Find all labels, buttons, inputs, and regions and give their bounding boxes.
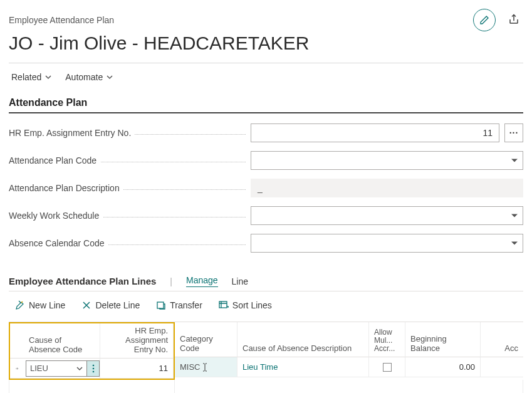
page-title: JO - Jim Olive - HEADCARETAKER [9, 33, 523, 54]
new-line-button[interactable]: New Line [15, 300, 65, 310]
empty-row-selected [9, 380, 175, 393]
menu-related[interactable]: Related [11, 72, 51, 82]
section-divider [9, 112, 523, 113]
field-plan-desc: _ [251, 179, 523, 197]
transfer-label: Transfer [170, 300, 202, 310]
label-plan-code: Attendance Plan Code [9, 155, 246, 165]
arrow-right-icon [15, 364, 19, 373]
col-acc[interactable]: Acc [481, 322, 523, 357]
divider [9, 63, 523, 63]
share-icon [508, 14, 519, 25]
col-acc-label: Acc [504, 343, 518, 353]
menu-related-label: Related [11, 72, 41, 82]
hr-entry-more-button[interactable]: ··· [504, 123, 523, 142]
transfer-button[interactable]: Transfer [156, 300, 202, 310]
col-cause-code-label: Cause of Absence Code [29, 335, 95, 354]
col-hr-entry[interactable]: HR Emp. Assignment Entry No. [100, 323, 174, 359]
empty-row [175, 380, 523, 393]
cell-hr-entry-value: 11 [159, 364, 168, 373]
lines-divider [9, 291, 523, 291]
label-plan-desc: Attendance Plan Description [9, 183, 246, 193]
pencil-icon [479, 15, 489, 25]
cell-hr-entry[interactable]: 11 [100, 359, 174, 379]
delete-line-button[interactable]: Delete Line [81, 300, 140, 310]
tab-manage[interactable]: Manage [186, 275, 218, 287]
text-cursor-icon [202, 363, 208, 372]
row-selector-header [10, 323, 24, 359]
field-plan-code[interactable] [251, 151, 523, 170]
cell-category[interactable]: MISC [175, 357, 237, 377]
chevron-down-icon [107, 74, 113, 80]
field-hr-entry-no-value: 11 [482, 128, 493, 138]
delete-line-label: Delete Line [95, 300, 140, 310]
transfer-icon [156, 300, 166, 310]
breadcrumb: Employee Attendance Plan [9, 15, 114, 25]
chevron-down-icon [76, 365, 83, 372]
share-button[interactable] [508, 14, 519, 27]
row-indicator[interactable] [10, 359, 24, 379]
new-line-label: New Line [29, 300, 65, 310]
col-cause-desc[interactable]: Cause of Absence Description [237, 322, 369, 357]
svg-point-4 [92, 370, 94, 372]
section-title-attendance: Attendance Plan [9, 97, 523, 108]
col-hr-entry-label: HR Emp. Assignment Entry No. [105, 326, 168, 354]
svg-point-2 [92, 364, 94, 366]
cell-begin-bal-value: 0.00 [459, 362, 475, 372]
delete-line-icon [81, 300, 91, 310]
cell-begin-bal[interactable]: 0.00 [405, 357, 481, 377]
sort-lines-button[interactable]: Sort Lines [219, 300, 272, 310]
more-vertical-icon [92, 364, 95, 373]
field-hr-entry-no[interactable]: 11 [251, 123, 499, 142]
col-allow-mul-label: Allow Mul... Accr... [374, 328, 400, 353]
sort-lines-label: Sort Lines [232, 300, 272, 310]
cell-category-value: MISC [180, 362, 201, 372]
svg-point-3 [92, 367, 94, 369]
edit-button[interactable] [473, 9, 496, 31]
menu-automate-label: Automate [65, 72, 103, 82]
separator: | [170, 276, 172, 286]
cause-code-value: LIEU [30, 364, 48, 373]
field-weekly[interactable] [251, 206, 523, 225]
label-absence-cal: Absence Calendar Code [9, 238, 246, 248]
checkbox-icon [383, 363, 392, 372]
cell-cause-desc-value: Lieu Time [243, 362, 278, 372]
label-hr-entry-no: HR Emp. Assignment Entry No. [9, 128, 246, 138]
svg-rect-0 [157, 302, 164, 308]
field-absence-cal[interactable] [251, 234, 523, 253]
cause-code-input[interactable]: LIEU [26, 360, 87, 377]
col-begin-bal-label: Beginning Balance [410, 334, 475, 353]
col-category[interactable]: Category Code [175, 322, 237, 357]
cell-acc[interactable] [481, 357, 523, 377]
new-line-icon [15, 300, 25, 310]
tab-line[interactable]: Line [232, 276, 248, 286]
col-category-label: Category Code [180, 334, 232, 353]
field-plan-desc-value: _ [258, 183, 263, 193]
label-weekly: Weekly Work Schedule [9, 211, 246, 221]
col-cause-code[interactable]: Cause of Absence Code [24, 323, 100, 359]
svg-rect-1 [219, 301, 227, 308]
cell-cause-desc[interactable]: Lieu Time [237, 357, 369, 377]
cause-code-more[interactable] [87, 360, 100, 377]
chevron-down-icon [45, 74, 51, 80]
menu-automate[interactable]: Automate [65, 72, 113, 82]
sort-lines-icon [219, 300, 229, 310]
col-allow-mul[interactable]: Allow Mul... Accr... [369, 322, 405, 357]
cell-allow-mul[interactable] [369, 357, 405, 377]
col-cause-desc-label: Cause of Absence Description [243, 343, 352, 353]
lines-title: Employee Attendance Plan Lines [9, 276, 156, 286]
col-begin-bal[interactable]: Beginning Balance [405, 322, 481, 357]
